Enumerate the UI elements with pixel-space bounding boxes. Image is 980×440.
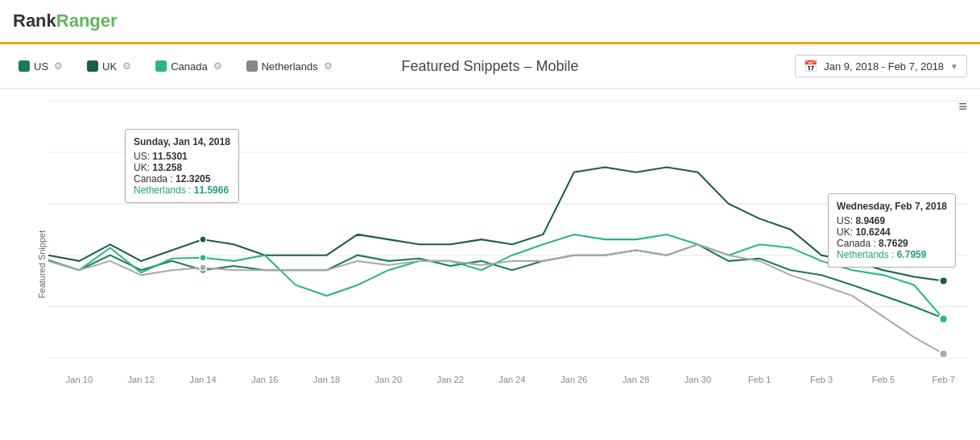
- canada-color-dot: [155, 60, 167, 72]
- svg-text:Feb 1: Feb 1: [748, 375, 771, 384]
- us-gear-icon[interactable]: ⚙: [54, 60, 63, 72]
- line-chart: 20 17.5 15 12.5 10 7.5 Jan 10 Jan 12 Jan…: [48, 93, 968, 408]
- netherlands-gear-icon[interactable]: ⚙: [324, 60, 333, 72]
- logo-rank: Rank: [13, 10, 56, 31]
- netherlands-color-dot: [246, 60, 258, 72]
- svg-text:Jan 16: Jan 16: [251, 375, 278, 384]
- date-picker[interactable]: 📅 Jan 9, 2018 - Feb 7, 2018 ▼: [795, 55, 967, 77]
- svg-text:Feb 3: Feb 3: [810, 375, 833, 384]
- netherlands-dot-jan14: [200, 264, 206, 271]
- calendar-icon: 📅: [804, 60, 817, 73]
- canada-dot-jan14: [200, 255, 206, 261]
- uk-color-dot: [87, 60, 98, 72]
- svg-text:Jan 24: Jan 24: [498, 375, 525, 384]
- dropdown-arrow-icon: ▼: [950, 62, 958, 71]
- us-color-dot: [19, 60, 30, 72]
- svg-text:Jan 30: Jan 30: [684, 375, 711, 384]
- segment-netherlands[interactable]: Netherlands ⚙: [241, 56, 338, 77]
- date-range-text: Jan 9, 2018 - Feb 7, 2018: [824, 60, 944, 73]
- segment-us[interactable]: US ⚙: [13, 56, 68, 77]
- chart-title: Featured Snippets – Mobile: [401, 58, 578, 75]
- segment-uk-label: UK: [102, 60, 117, 73]
- svg-text:Jan 12: Jan 12: [128, 375, 155, 384]
- toolbar: US ⚙ UK ⚙ Canada ⚙ Netherlands ⚙ Feature…: [0, 44, 980, 89]
- segment-us-label: US: [34, 60, 48, 73]
- svg-text:Jan 10: Jan 10: [66, 375, 93, 384]
- netherlands-line: [48, 244, 944, 354]
- netherlands-dot-feb7: [940, 350, 948, 358]
- chart-area: Featured Snippet ≡ Sunday, Jan 14, 2018 …: [0, 89, 980, 440]
- logo-ranger: Ranger: [56, 10, 118, 31]
- svg-text:Feb 5: Feb 5: [872, 375, 895, 384]
- segment-canada-label: Canada: [171, 60, 208, 73]
- canada-gear-icon[interactable]: ⚙: [213, 60, 222, 72]
- svg-text:Jan 22: Jan 22: [437, 375, 464, 384]
- segment-uk[interactable]: UK ⚙: [81, 56, 137, 77]
- y-axis-label: Featured Snippet: [37, 230, 47, 298]
- segment-netherlands-label: Netherlands: [262, 60, 318, 73]
- canada-dot-feb7: [940, 315, 948, 323]
- svg-text:Jan 14: Jan 14: [189, 375, 216, 384]
- svg-text:Jan 28: Jan 28: [622, 375, 649, 384]
- uk-gear-icon[interactable]: ⚙: [122, 60, 131, 72]
- uk-dot-jan14: [200, 236, 206, 243]
- svg-text:Jan 20: Jan 20: [375, 375, 402, 384]
- uk-dot-feb7: [940, 276, 948, 284]
- svg-text:Feb 7: Feb 7: [932, 375, 954, 384]
- header: RankRanger: [0, 0, 980, 44]
- svg-text:Jan 26: Jan 26: [560, 375, 587, 384]
- segment-canada[interactable]: Canada ⚙: [150, 56, 228, 77]
- svg-text:Jan 18: Jan 18: [313, 375, 340, 384]
- logo: RankRanger: [13, 10, 118, 31]
